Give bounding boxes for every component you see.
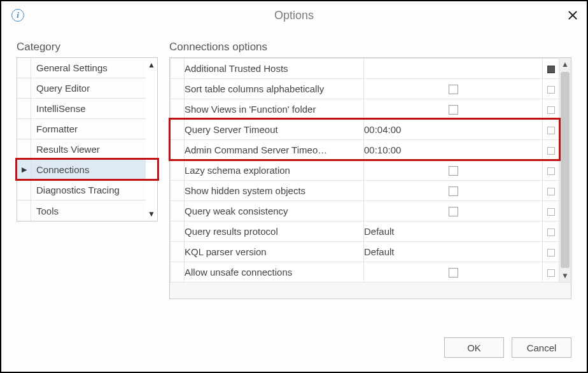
indicator-icon bbox=[547, 229, 555, 236]
options-scrollbar[interactable]: ▲ ▼ bbox=[559, 58, 571, 282]
close-icon bbox=[568, 10, 578, 20]
checkbox[interactable] bbox=[449, 85, 458, 94]
category-item-label: Query Editor bbox=[36, 83, 90, 94]
row-gutter bbox=[171, 181, 185, 201]
option-row[interactable]: Lazy schema exploration bbox=[171, 160, 559, 181]
option-value[interactable] bbox=[364, 181, 543, 201]
category-item-diagnostics-tracing[interactable]: Diagnostics Tracing bbox=[17, 180, 146, 201]
checkbox[interactable] bbox=[449, 166, 458, 176]
option-reset-indicator[interactable] bbox=[543, 120, 559, 140]
option-reset-indicator[interactable] bbox=[543, 140, 559, 160]
option-row[interactable]: KQL parser versionDefault bbox=[171, 242, 559, 262]
cancel-button[interactable]: Cancel bbox=[512, 337, 571, 358]
scroll-up-icon[interactable]: ▲ bbox=[148, 60, 155, 69]
option-row[interactable]: Sort table columns alphabetically bbox=[171, 79, 559, 99]
category-item-gutter bbox=[17, 78, 31, 98]
option-value[interactable] bbox=[364, 160, 543, 181]
option-name: KQL parser version bbox=[185, 242, 364, 262]
option-row[interactable]: Allow unsafe connections bbox=[171, 262, 559, 283]
category-item-formatter[interactable]: Formatter bbox=[17, 119, 146, 139]
option-name: Lazy schema exploration bbox=[185, 160, 364, 181]
scroll-down-icon[interactable]: ▼ bbox=[148, 209, 155, 218]
category-item-gutter bbox=[17, 58, 31, 78]
checkbox[interactable] bbox=[449, 268, 458, 278]
category-panel: Category General SettingsQuery EditorInt… bbox=[17, 41, 158, 331]
indicator-icon bbox=[547, 188, 555, 195]
category-scrollbar[interactable]: ▲ ▼ bbox=[146, 58, 157, 221]
indicator-filled-icon bbox=[547, 66, 555, 73]
row-gutter bbox=[171, 222, 185, 242]
options-grid-box: Additional Trusted HostsSort table colum… bbox=[169, 57, 571, 299]
option-value[interactable] bbox=[364, 262, 543, 283]
checkbox[interactable] bbox=[449, 207, 458, 216]
options-dialog: i Options Category General SettingsQuery… bbox=[0, 0, 588, 373]
indicator-icon bbox=[547, 106, 555, 114]
close-button[interactable] bbox=[565, 8, 580, 23]
option-value[interactable] bbox=[364, 201, 543, 222]
category-item-gutter bbox=[17, 201, 31, 221]
indicator-icon bbox=[547, 147, 555, 155]
info-icon: i bbox=[11, 9, 24, 22]
row-gutter bbox=[171, 99, 185, 120]
category-item-gutter: ▶ bbox=[17, 160, 31, 179]
option-value[interactable] bbox=[364, 59, 543, 79]
category-item-label: Formatter bbox=[36, 123, 78, 134]
category-item-label: Connections bbox=[36, 164, 89, 175]
option-row[interactable]: Admin Command Server Timeo…00:10:00 bbox=[171, 140, 559, 160]
category-item-intellisense[interactable]: IntelliSense bbox=[17, 99, 146, 119]
indicator-icon bbox=[547, 208, 555, 216]
ok-button[interactable]: OK bbox=[444, 337, 504, 358]
indicator-icon bbox=[547, 167, 555, 175]
option-value[interactable]: Default bbox=[364, 242, 543, 262]
scrollbar-thumb[interactable] bbox=[561, 72, 570, 268]
checkbox[interactable] bbox=[449, 186, 458, 196]
category-item-query-editor[interactable]: Query Editor bbox=[17, 78, 146, 99]
option-value[interactable]: Default bbox=[364, 222, 543, 242]
indicator-icon bbox=[547, 127, 555, 134]
option-row[interactable]: Query results protocolDefault bbox=[171, 222, 559, 242]
dialog-footer: OK Cancel bbox=[1, 331, 587, 372]
options-panel: Connections options Additional Trusted H… bbox=[169, 41, 571, 331]
row-gutter bbox=[171, 201, 185, 222]
option-reset-indicator[interactable] bbox=[543, 181, 559, 201]
option-reset-indicator[interactable] bbox=[543, 160, 559, 181]
window-title: Options bbox=[1, 9, 587, 22]
option-value[interactable] bbox=[364, 99, 543, 120]
scroll-up-icon[interactable]: ▲ bbox=[561, 58, 569, 71]
option-row[interactable]: Additional Trusted Hosts bbox=[171, 59, 559, 79]
row-gutter bbox=[171, 120, 185, 140]
option-reset-indicator[interactable] bbox=[543, 222, 559, 242]
option-value[interactable]: 00:10:00 bbox=[364, 140, 543, 160]
option-row[interactable]: Show hidden system objects bbox=[171, 181, 559, 201]
row-gutter bbox=[171, 79, 185, 99]
category-item-gutter bbox=[17, 180, 31, 200]
option-reset-indicator[interactable] bbox=[543, 79, 559, 99]
category-heading: Category bbox=[17, 41, 158, 53]
titlebar: i Options bbox=[1, 1, 587, 29]
category-item-general-settings[interactable]: General Settings bbox=[17, 58, 146, 78]
option-value[interactable] bbox=[364, 79, 543, 99]
category-item-results-viewer[interactable]: Results Viewer bbox=[17, 139, 146, 160]
category-item-gutter bbox=[17, 119, 31, 139]
checkbox[interactable] bbox=[449, 105, 458, 115]
scroll-down-icon[interactable]: ▼ bbox=[561, 269, 569, 282]
category-item-connections[interactable]: ▶Connections bbox=[17, 160, 146, 180]
selected-caret-icon: ▶ bbox=[22, 165, 27, 174]
option-row[interactable]: Show Views in 'Function' folder bbox=[171, 99, 559, 120]
option-reset-indicator[interactable] bbox=[543, 59, 559, 79]
category-item-label: Diagnostics Tracing bbox=[36, 185, 120, 195]
option-reset-indicator[interactable] bbox=[543, 201, 559, 222]
category-item-label: IntelliSense bbox=[36, 103, 86, 114]
option-reset-indicator[interactable] bbox=[543, 242, 559, 262]
option-value[interactable]: 00:04:00 bbox=[364, 120, 543, 140]
option-reset-indicator[interactable] bbox=[543, 262, 559, 283]
option-name: Additional Trusted Hosts bbox=[185, 59, 364, 79]
option-reset-indicator[interactable] bbox=[543, 99, 559, 120]
category-item-tools[interactable]: Tools bbox=[17, 201, 146, 221]
option-row[interactable]: Query weak consistency bbox=[171, 201, 559, 222]
category-list-box: General SettingsQuery EditorIntelliSense… bbox=[17, 57, 158, 222]
options-description-area bbox=[170, 282, 571, 299]
indicator-icon bbox=[547, 249, 555, 257]
option-row[interactable]: Query Server Timeout00:04:00 bbox=[171, 120, 559, 140]
option-name: Query results protocol bbox=[185, 222, 364, 242]
